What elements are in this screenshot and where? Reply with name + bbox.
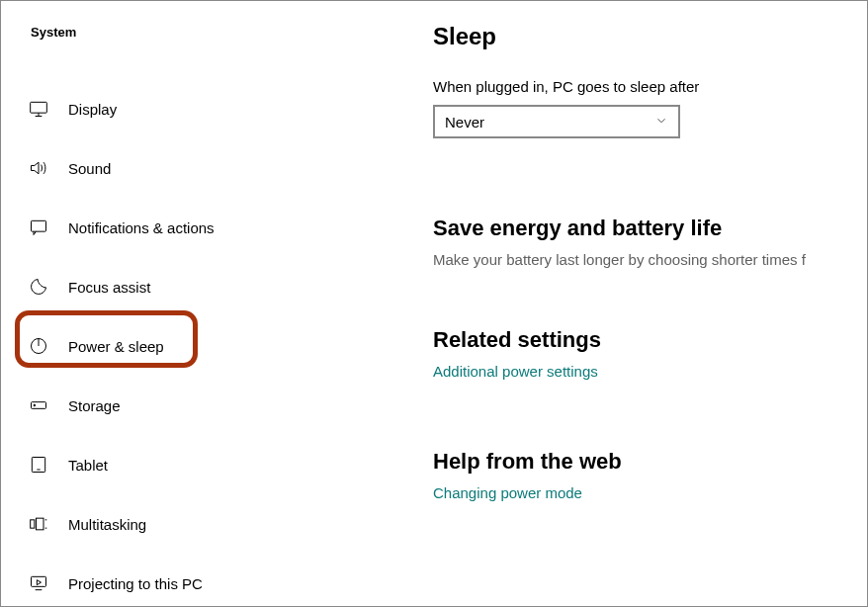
sidebar-item-label: Tablet (68, 457, 108, 474)
sidebar-nav: Display Sound Notifications & actions Fo… (29, 79, 411, 607)
sidebar-item-label: Focus assist (68, 279, 150, 296)
sidebar-item-label: Storage (68, 397, 121, 414)
sidebar-item-focus-assist[interactable]: Focus assist (29, 257, 411, 316)
multitasking-icon (29, 514, 68, 534)
svg-marker-3 (32, 162, 40, 174)
projecting-icon (29, 573, 68, 593)
sleep-heading: Sleep (433, 23, 867, 50)
svg-rect-12 (37, 518, 44, 530)
svg-marker-16 (37, 580, 41, 585)
sidebar-title: System (29, 25, 411, 40)
sidebar-item-label: Notifications & actions (68, 219, 215, 236)
changing-power-mode-link[interactable]: Changing power mode (433, 484, 582, 501)
sidebar-item-tablet[interactable]: Tablet (29, 435, 411, 494)
svg-point-8 (34, 404, 36, 406)
main-content: Sleep When plugged in, PC goes to sleep … (411, 1, 867, 606)
tablet-icon (29, 455, 68, 475)
sidebar-item-label: Display (68, 101, 117, 118)
svg-rect-4 (32, 220, 46, 231)
svg-rect-11 (31, 520, 35, 528)
power-icon (29, 336, 68, 356)
svg-rect-0 (31, 102, 47, 113)
chevron-down-icon (654, 114, 668, 130)
sidebar-item-notifications[interactable]: Notifications & actions (29, 198, 411, 257)
svg-rect-15 (32, 576, 46, 586)
sidebar-item-multitasking[interactable]: Multitasking (29, 494, 411, 554)
sidebar-item-label: Multitasking (68, 516, 146, 533)
related-settings-heading: Related settings (433, 327, 867, 353)
sidebar-item-label: Sound (68, 160, 111, 177)
sidebar: System Display Sound Notifications & act… (1, 1, 411, 606)
notifications-icon (29, 217, 68, 237)
sidebar-item-label: Power & sleep (68, 338, 164, 355)
help-heading: Help from the web (433, 449, 867, 475)
sleep-dropdown-value: Never (445, 114, 484, 130)
sidebar-item-projecting[interactable]: Projecting to this PC (29, 554, 411, 607)
sidebar-item-storage[interactable]: Storage (29, 376, 411, 435)
sidebar-item-sound[interactable]: Sound (29, 138, 411, 198)
sidebar-item-display[interactable]: Display (29, 79, 411, 138)
sidebar-item-power-sleep[interactable]: Power & sleep (29, 316, 411, 376)
focus-assist-icon (29, 277, 68, 297)
energy-description: Make your battery last longer by choosin… (433, 251, 867, 268)
display-icon (29, 99, 68, 119)
energy-heading: Save energy and battery life (433, 216, 867, 241)
sleep-field-label: When plugged in, PC goes to sleep after (433, 78, 867, 95)
sound-icon (29, 158, 68, 178)
additional-power-settings-link[interactable]: Additional power settings (433, 363, 598, 380)
sleep-dropdown[interactable]: Never (433, 105, 680, 138)
sidebar-item-label: Projecting to this PC (68, 575, 203, 592)
storage-icon (29, 395, 68, 415)
